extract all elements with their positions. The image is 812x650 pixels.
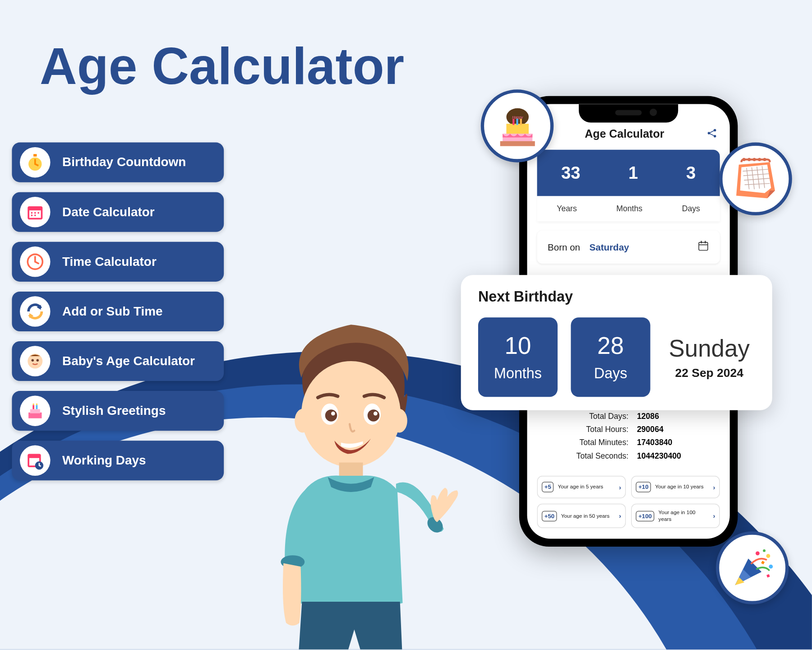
svg-point-56 <box>756 551 760 555</box>
svg-rect-50 <box>500 141 535 146</box>
svg-point-38 <box>714 129 716 132</box>
svg-point-51 <box>743 158 746 161</box>
svg-point-30 <box>325 409 337 421</box>
total-row: Total Hours:290064 <box>544 423 713 436</box>
label-years: Years <box>557 204 577 214</box>
projection-100[interactable]: +100Your age in 100 years› <box>631 504 720 529</box>
svg-point-31 <box>368 409 379 421</box>
svg-point-26 <box>295 409 310 433</box>
age-months: 1 <box>628 162 638 183</box>
next-birthday-callout: Next Birthday 10 Months 28 Days Sunday 2… <box>461 275 772 410</box>
age-years: 33 <box>561 162 580 183</box>
feature-label: Working Days <box>62 453 146 468</box>
chevron-right-icon: › <box>619 512 621 520</box>
svg-rect-1 <box>33 154 37 157</box>
projection-50[interactable]: +50Your age in 50 years› <box>537 504 626 529</box>
feature-baby-age[interactable]: Baby's Age Calculator <box>12 341 224 381</box>
app-title: Age Calculator <box>585 128 664 141</box>
svg-rect-3 <box>29 210 41 218</box>
feature-time-calculator[interactable]: Time Calculator <box>12 242 224 282</box>
svg-rect-61 <box>766 574 770 578</box>
svg-rect-45 <box>506 123 529 135</box>
svg-rect-47 <box>516 118 518 125</box>
projection-grid: +5Your age in 5 years› +10Your age in 10… <box>537 476 720 528</box>
feature-stylish-greetings[interactable]: Stylish Greetings <box>12 391 224 431</box>
svg-rect-46 <box>512 118 514 125</box>
feature-label: Add or Sub Time <box>62 304 163 319</box>
svg-point-4 <box>31 212 33 214</box>
svg-point-33 <box>374 412 378 416</box>
svg-rect-17 <box>30 409 40 413</box>
callout-dayname: Sunday <box>664 334 755 362</box>
svg-rect-41 <box>701 241 702 244</box>
svg-rect-48 <box>520 118 521 125</box>
age-days: 3 <box>686 162 696 183</box>
share-icon[interactable] <box>706 127 718 142</box>
cake-candle-icon <box>20 395 51 426</box>
calendar-dots-icon <box>20 197 51 228</box>
svg-point-15 <box>37 359 39 362</box>
feature-birthday-countdown[interactable]: Birthday Countdown <box>12 143 224 182</box>
feature-label: Date Calculator <box>62 205 155 219</box>
boy-illustration <box>238 292 463 650</box>
callout-months-lbl: Months <box>494 365 542 382</box>
svg-point-21 <box>36 404 38 405</box>
cake-badge-icon: Happy <box>481 89 554 162</box>
timer-icon <box>20 147 51 178</box>
callout-months-num: 10 <box>505 332 531 360</box>
feature-working-days[interactable]: Working Days <box>12 441 224 480</box>
svg-point-52 <box>747 158 751 161</box>
calendar-icon[interactable] <box>697 240 709 254</box>
phone-notch <box>579 104 678 122</box>
chevron-right-icon: › <box>713 512 715 520</box>
age-bar: 33 1 3 <box>537 150 720 196</box>
total-row: Total Seconds:1044230400 <box>544 449 713 462</box>
svg-point-54 <box>758 158 761 161</box>
born-row[interactable]: Born on Saturday <box>537 231 720 264</box>
svg-point-7 <box>31 214 33 216</box>
callout-months-box: 10 Months <box>478 317 558 397</box>
svg-rect-60 <box>761 561 765 564</box>
svg-point-32 <box>331 412 335 416</box>
feature-label: Birthday Countdown <box>62 155 186 170</box>
feature-add-sub-time[interactable]: Add or Sub Time <box>12 292 224 331</box>
svg-point-58 <box>769 565 773 569</box>
svg-point-59 <box>763 549 766 552</box>
page-title: Age Calculator <box>40 37 404 97</box>
svg-point-27 <box>392 409 407 433</box>
svg-point-8 <box>34 214 36 216</box>
svg-rect-42 <box>705 241 706 244</box>
svg-point-6 <box>37 212 39 214</box>
chevron-right-icon: › <box>713 483 715 491</box>
label-days: Days <box>682 204 700 214</box>
svg-rect-18 <box>32 405 34 409</box>
baby-icon <box>20 346 51 376</box>
svg-point-20 <box>32 404 34 405</box>
svg-rect-40 <box>699 242 708 251</box>
callout-days-num: 28 <box>597 332 624 360</box>
feature-date-calculator[interactable]: Date Calculator <box>12 192 224 232</box>
callout-day-info: Sunday 22 Sep 2024 <box>664 334 755 380</box>
clock-icon <box>20 246 51 277</box>
age-labels: Years Months Days <box>537 196 720 222</box>
total-row: Total Minutes:17403840 <box>544 436 713 449</box>
svg-point-14 <box>32 359 34 362</box>
calendar-clock-icon <box>20 445 51 476</box>
label-months: Months <box>616 204 642 214</box>
total-row: Total Days:12086 <box>544 409 713 422</box>
refresh-icon <box>20 296 51 327</box>
calendar-badge-icon <box>719 143 792 215</box>
svg-point-39 <box>714 135 716 138</box>
svg-rect-16 <box>28 413 42 418</box>
projection-10[interactable]: +10Your age in 10 years› <box>631 476 720 498</box>
born-label: Born on <box>548 242 580 252</box>
svg-point-55 <box>763 158 766 161</box>
svg-point-37 <box>708 132 710 135</box>
feature-list: Birthday Countdown Date Calculator Time … <box>12 143 224 481</box>
callout-date: 22 Sep 2024 <box>664 366 755 380</box>
projection-5[interactable]: +5Your age in 5 years› <box>537 476 626 498</box>
chevron-right-icon: › <box>619 483 621 491</box>
feature-label: Baby's Age Calculator <box>62 354 195 368</box>
callout-days-box: 28 Days <box>571 317 650 397</box>
svg-point-57 <box>766 554 770 558</box>
